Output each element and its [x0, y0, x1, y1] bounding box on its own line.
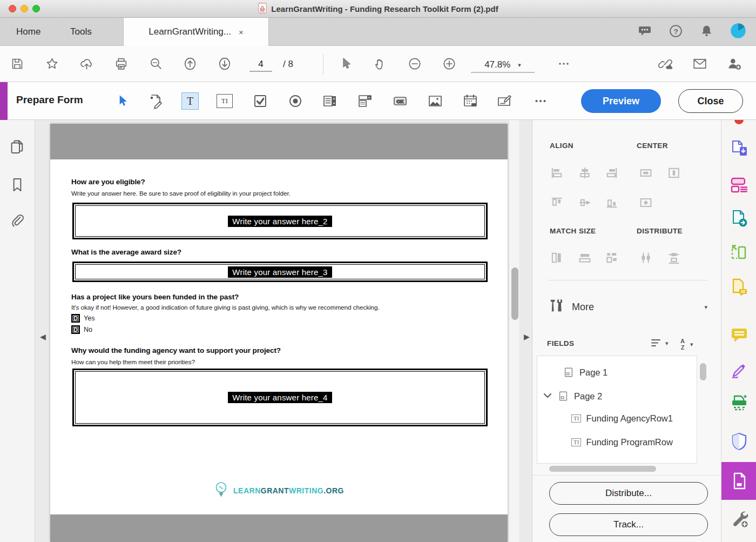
zoom-level-control[interactable]: 47.8% ▾ [471, 58, 535, 73]
email-icon[interactable] [692, 56, 707, 71]
checkbox-option-yes[interactable]: D Yes [71, 314, 94, 323]
previous-page-arrow-icon[interactable]: ◀ [40, 332, 46, 341]
attachments-icon[interactable] [9, 213, 25, 229]
center-vertically-icon[interactable] [665, 165, 683, 181]
fields-horizontal-scrollbar-thumb[interactable] [549, 466, 656, 472]
document-viewport[interactable]: ◀ How are you eligible? Write your answe… [35, 120, 532, 542]
text-area-tool-icon[interactable]: TI [216, 92, 233, 110]
select-tool-icon[interactable] [338, 56, 353, 71]
chevron-down-icon[interactable] [543, 391, 552, 402]
create-pdf-icon[interactable] [729, 208, 750, 229]
tab-document-active[interactable]: LearnGrantWriting... × [123, 18, 269, 46]
align-section-title: ALIGN [550, 142, 573, 150]
checkbox-tool-icon[interactable] [252, 92, 269, 110]
star-icon[interactable] [44, 56, 59, 71]
match-width-icon[interactable] [576, 250, 594, 266]
field-sort-alpha-icon[interactable]: AZ ▾ [678, 338, 693, 351]
next-page-arrow-icon[interactable]: ▶ [524, 332, 530, 341]
bookmarks-icon[interactable] [9, 177, 25, 193]
close-tab-icon[interactable]: × [239, 28, 244, 37]
text-field-type-icon: TI [571, 414, 581, 423]
next-page-icon[interactable] [217, 56, 232, 71]
signature-field-tool-icon[interactable] [496, 92, 514, 110]
comments-bubble-icon[interactable] [637, 24, 652, 40]
help-icon[interactable]: ? [669, 24, 683, 41]
fields-scrollbar-thumb[interactable] [700, 363, 706, 380]
fields-tree-field-1[interactable]: TI Funding AgencyRow1 [571, 413, 673, 424]
center-horizontally-icon[interactable] [637, 165, 655, 181]
fill-and-sign-icon[interactable] [729, 360, 750, 380]
radio-button-tool-icon[interactable] [287, 92, 304, 110]
scan-and-ocr-icon[interactable] [729, 393, 750, 413]
align-vertical-center-icon[interactable] [576, 195, 594, 211]
document-scrollbar-track[interactable] [509, 120, 520, 542]
toolbar-divider [323, 54, 323, 75]
tab-tools[interactable]: Tools [70, 18, 92, 46]
distribute-horizontally-icon[interactable] [665, 250, 683, 266]
match-both-icon[interactable] [603, 250, 621, 266]
organize-pages-icon[interactable] [729, 242, 750, 263]
document-scrollbar-thumb[interactable] [511, 267, 518, 320]
date-field-tool-icon[interactable] [462, 92, 479, 110]
distribute-vertically-icon[interactable] [637, 250, 655, 266]
select-object-tool-icon[interactable] [113, 92, 131, 110]
image-field-tool-icon[interactable] [427, 92, 444, 110]
checkbox-option-no[interactable]: D No [71, 325, 92, 334]
pdf-page: How are you eligible? Write your answer … [50, 124, 508, 542]
protect-icon[interactable] [729, 431, 750, 452]
zoom-in-icon[interactable] [442, 56, 457, 71]
edit-fields-tool-icon[interactable] [147, 92, 165, 110]
answer-field-3[interactable]: Write your answer here_3 [72, 262, 488, 282]
previous-page-icon[interactable] [183, 56, 198, 71]
comment-icon[interactable] [729, 325, 750, 346]
user-avatar[interactable] [730, 23, 746, 41]
checkbox-yes-mark[interactable]: D [71, 314, 80, 323]
search-icon[interactable] [148, 56, 163, 71]
more-tools-row[interactable]: More ▾ [548, 295, 707, 319]
tabbar: Home Tools LearnGrantWriting... × ? [0, 18, 756, 46]
align-bottom-icon[interactable] [603, 195, 621, 211]
answer-field-2[interactable]: Write your answer here_2 [72, 203, 488, 239]
page-thumbnails-icon[interactable] [9, 139, 25, 155]
zoom-out-icon[interactable] [407, 56, 422, 71]
cloud-upload-icon[interactable] [79, 56, 94, 71]
send-for-comments-icon[interactable] [729, 277, 750, 297]
align-top-icon[interactable] [548, 195, 566, 211]
fields-tree-page-2[interactable]: Page 2 [543, 390, 602, 403]
export-pdf-icon[interactable] [729, 138, 750, 159]
page-number-input[interactable] [249, 58, 272, 72]
track-button[interactable]: Track... [549, 513, 708, 536]
answer-field-2-label: Write your answer here_2 [228, 216, 332, 227]
align-right-icon[interactable] [603, 165, 621, 181]
close-prepare-form-button[interactable]: Close [678, 89, 743, 113]
save-icon[interactable] [10, 56, 25, 71]
match-height-icon[interactable] [548, 250, 566, 266]
distribute-button[interactable]: Distribute... [549, 482, 708, 505]
notifications-bell-icon[interactable] [699, 24, 714, 41]
hand-tool-icon[interactable] [373, 56, 388, 71]
answer-field-4[interactable]: Write your answer here_4 [72, 369, 488, 426]
align-horizontal-center-icon[interactable] [576, 165, 594, 181]
field-sort-order-icon[interactable]: ▾ [650, 338, 669, 349]
share-link-icon[interactable] [658, 56, 673, 71]
fields-tree-field-2[interactable]: TI Funding ProgramRow [571, 437, 673, 447]
add-tools-icon[interactable] [729, 508, 750, 529]
preview-button[interactable]: Preview [581, 89, 661, 113]
align-left-icon[interactable] [548, 165, 566, 181]
text-field-tool-icon-active[interactable]: T [181, 92, 199, 110]
list-box-tool-icon[interactable] [321, 92, 339, 110]
edit-pdf-icon[interactable] [729, 175, 750, 195]
ok-button-tool-icon[interactable]: OK [392, 92, 409, 110]
add-user-icon[interactable] [727, 56, 742, 71]
toolbar-overflow-icon[interactable] [556, 56, 571, 71]
print-icon[interactable] [113, 56, 129, 71]
prepare-form-tool-active[interactable] [721, 462, 756, 500]
tab-home[interactable]: Home [16, 18, 40, 46]
dropdown-tool-icon[interactable] [356, 92, 374, 110]
fields-tree-page-1[interactable]: Page 1 [563, 366, 608, 379]
rail-scroll-up-indicator[interactable] [734, 120, 744, 124]
checkbox-no-mark[interactable]: D [71, 325, 80, 334]
center-both-icon[interactable] [637, 195, 655, 211]
prepare-overflow-icon[interactable] [532, 92, 549, 110]
match-size-section-title: MATCH SIZE [550, 227, 596, 235]
